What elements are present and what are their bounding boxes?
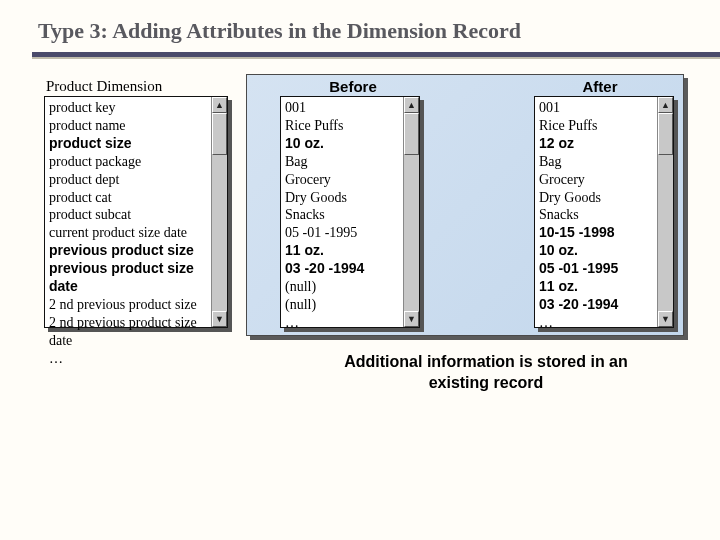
after-listbox[interactable]: 001Rice Puffs12 ozBagGroceryDry GoodsSna… bbox=[534, 96, 674, 328]
list-item: 03 -20 -1994 bbox=[285, 260, 399, 278]
list-item: 10 oz. bbox=[539, 242, 653, 260]
list-item: 05 -01 -1995 bbox=[539, 260, 653, 278]
list-item: product dept bbox=[49, 171, 207, 189]
column-header-after: After bbox=[530, 76, 670, 97]
scroll-up-button[interactable]: ▲ bbox=[212, 97, 227, 113]
after-list-content: 001Rice Puffs12 ozBagGroceryDry GoodsSna… bbox=[535, 97, 657, 327]
list-item: product cat bbox=[49, 189, 207, 207]
list-item: 001 bbox=[539, 99, 653, 117]
list-item: … bbox=[539, 314, 653, 332]
list-item: … bbox=[285, 314, 399, 332]
list-item: 10 oz. bbox=[285, 135, 399, 153]
list-item: product size bbox=[49, 135, 207, 153]
list-item: 2 nd previous product size bbox=[49, 296, 207, 314]
scroll-up-button[interactable]: ▲ bbox=[404, 97, 419, 113]
list-item: Snacks bbox=[539, 206, 653, 224]
list-item: … bbox=[49, 350, 207, 368]
list-item: 11 oz. bbox=[539, 278, 653, 296]
list-item: previous product size bbox=[49, 242, 207, 260]
list-item: 05 -01 -1995 bbox=[285, 224, 399, 242]
scroll-thumb[interactable] bbox=[404, 113, 419, 155]
list-item: Rice Puffs bbox=[539, 117, 653, 135]
scroll-thumb[interactable] bbox=[658, 113, 673, 155]
list-item: product package bbox=[49, 153, 207, 171]
list-item: 2 nd previous product size date bbox=[49, 314, 207, 350]
title-underline bbox=[32, 52, 720, 57]
list-item: product key bbox=[49, 99, 207, 117]
attribute-list-content: product keyproduct nameproduct sizeprodu… bbox=[45, 97, 211, 327]
scrollbar[interactable]: ▲ ▼ bbox=[211, 97, 227, 327]
list-item: 12 oz bbox=[539, 135, 653, 153]
list-item: product name bbox=[49, 117, 207, 135]
list-item: 03 -20 -1994 bbox=[539, 296, 653, 314]
scroll-up-button[interactable]: ▲ bbox=[658, 97, 673, 113]
list-item: 001 bbox=[285, 99, 399, 117]
scroll-down-button[interactable]: ▼ bbox=[658, 311, 673, 327]
scroll-down-button[interactable]: ▼ bbox=[404, 311, 419, 327]
list-item: Grocery bbox=[285, 171, 399, 189]
scrollbar[interactable]: ▲ ▼ bbox=[657, 97, 673, 327]
list-item: product subcat bbox=[49, 206, 207, 224]
before-list-content: 001Rice Puffs10 oz.BagGroceryDry GoodsSn… bbox=[281, 97, 403, 327]
list-item: Snacks bbox=[285, 206, 399, 224]
list-item: (null) bbox=[285, 296, 399, 314]
list-item: 10-15 -1998 bbox=[539, 224, 653, 242]
list-item: 11 oz. bbox=[285, 242, 399, 260]
list-item: current product size date bbox=[49, 224, 207, 242]
list-item: (null) bbox=[285, 278, 399, 296]
before-listbox[interactable]: 001Rice Puffs10 oz.BagGroceryDry GoodsSn… bbox=[280, 96, 420, 328]
scrollbar[interactable]: ▲ ▼ bbox=[403, 97, 419, 327]
list-item: Rice Puffs bbox=[285, 117, 399, 135]
scroll-down-button[interactable]: ▼ bbox=[212, 311, 227, 327]
list-item: Dry Goods bbox=[285, 189, 399, 207]
list-item: Dry Goods bbox=[539, 189, 653, 207]
list-item: previous product size date bbox=[49, 260, 207, 296]
list-item: Bag bbox=[539, 153, 653, 171]
attribute-listbox[interactable]: product keyproduct nameproduct sizeprodu… bbox=[44, 96, 228, 328]
list-item: Bag bbox=[285, 153, 399, 171]
list-item: Grocery bbox=[539, 171, 653, 189]
column-header-before: Before bbox=[278, 76, 428, 97]
dimension-label: Product Dimension bbox=[46, 78, 162, 95]
caption-text: Additional information is stored in an e… bbox=[316, 352, 656, 394]
scroll-thumb[interactable] bbox=[212, 113, 227, 155]
slide-title: Type 3: Adding Attributes in the Dimensi… bbox=[0, 0, 720, 50]
